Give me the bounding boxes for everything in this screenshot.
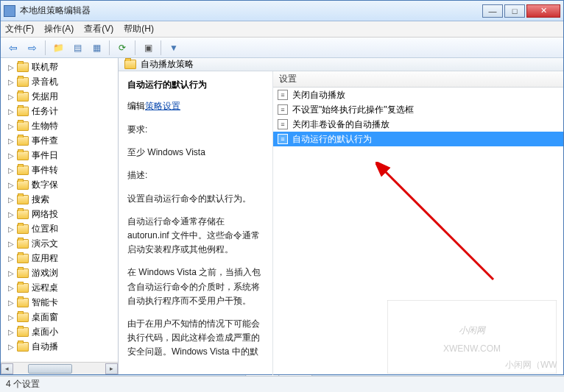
tree-item[interactable]: ▷应用程 (2, 251, 118, 266)
tree-item-label: 任务计 (32, 105, 58, 118)
menu-help[interactable]: 帮助(H) (124, 23, 154, 35)
tree-hscroll[interactable]: ◂ ▸ (1, 362, 118, 374)
tree-item-label: 应用程 (32, 252, 58, 265)
tree-item[interactable]: ▷网络投 (2, 207, 118, 221)
expand-icon[interactable]: ▷ (8, 254, 17, 263)
tree-item-label: 桌面小 (32, 326, 58, 338)
folder-icon (17, 136, 29, 146)
menu-action[interactable]: 操作(A) (44, 23, 74, 35)
tree-item[interactable]: ▷远程桌 (2, 280, 118, 295)
edit-policy-link[interactable]: 策略设置 (145, 101, 180, 111)
expand-icon[interactable]: ▷ (8, 225, 17, 233)
forward-button[interactable]: ⇨ (24, 40, 40, 56)
minimize-button[interactable]: — (482, 4, 503, 18)
expand-icon[interactable]: ▷ (8, 343, 17, 351)
expand-icon[interactable]: ▷ (8, 313, 17, 321)
list-row[interactable]: ≡不设置"始终执行此操作"复选框 (273, 102, 563, 117)
list-row[interactable]: ≡关闭非卷设备的自动播放 (273, 117, 563, 132)
expand-icon[interactable]: ▷ (8, 284, 17, 292)
tree-item[interactable]: ▷数字保 (2, 177, 118, 192)
content-title: 自动播放策略 (141, 58, 194, 71)
list-row-label: 关闭非卷设备的自动播放 (292, 118, 389, 131)
tree-item[interactable]: ▷位置和 (2, 221, 118, 236)
tree-item[interactable]: ▷搜索 (2, 192, 118, 207)
filter-button[interactable]: ▼ (166, 40, 182, 56)
titlebar[interactable]: 本地组策略编辑器 — □ ✕ (1, 1, 563, 21)
tree-item[interactable]: ▷事件日 (2, 148, 118, 163)
expand-icon[interactable]: ▷ (8, 210, 17, 218)
policy-icon: ≡ (278, 119, 288, 129)
list-row[interactable]: ≡关闭自动播放 (273, 88, 563, 102)
expand-icon[interactable]: ▷ (8, 107, 17, 115)
toolbar: ⇦ ⇨ 📁 ▤ ▦ ⟳ ▣ ▼ (1, 38, 563, 58)
tree-item[interactable]: ▷桌面小 (2, 324, 118, 339)
folder-icon (17, 195, 29, 204)
tree-item[interactable]: ▷智能卡 (2, 295, 118, 310)
policy-icon: ≡ (278, 134, 288, 144)
policy-icon: ≡ (278, 90, 288, 100)
edit-prefix: 编辑 (127, 101, 145, 111)
expand-icon[interactable]: ▷ (8, 328, 17, 336)
expand-icon[interactable]: ▷ (8, 137, 17, 145)
properties-button[interactable]: ▣ (140, 40, 156, 56)
tree-item-label: 生物特 (32, 120, 58, 132)
folder-icon (17, 342, 29, 352)
list-row-label: 关闭自动播放 (292, 89, 345, 101)
tree-item[interactable]: ▷演示文 (2, 236, 118, 251)
tree-panel[interactable]: ▷联机帮▷录音机▷凭据用▷任务计▷生物特▷事件查▷事件日▷事件转▷数字保▷搜索▷… (1, 58, 119, 374)
list-row[interactable]: ≡自动运行的默认行为 (273, 132, 563, 146)
tree-item[interactable]: ▷桌面窗 (2, 310, 118, 324)
scroll-thumb[interactable] (28, 364, 72, 374)
folder-icon (17, 151, 29, 160)
scroll-left-button[interactable]: ◂ (1, 363, 13, 374)
list-header[interactable]: 设置 (273, 71, 563, 88)
separator (161, 40, 161, 55)
maximize-button[interactable]: □ (504, 4, 525, 18)
refresh-button[interactable]: ⟳ (114, 40, 130, 56)
scroll-right-button[interactable]: ▸ (105, 363, 118, 374)
tree-item[interactable]: ▷事件查 (2, 133, 118, 148)
list-row-label: 不设置"始终执行此操作"复选框 (292, 104, 414, 116)
expand-icon[interactable]: ▷ (8, 166, 17, 174)
tree-item[interactable]: ▷任务计 (2, 104, 118, 118)
show-hide-button[interactable]: ▤ (69, 40, 85, 56)
expand-icon[interactable]: ▷ (8, 196, 17, 204)
expand-icon[interactable]: ▷ (8, 122, 17, 130)
expand-icon[interactable]: ▷ (8, 78, 17, 86)
tree-item[interactable]: ▷录音机 (2, 74, 118, 89)
back-button[interactable]: ⇦ (5, 40, 21, 56)
settings-list-panel: 设置 ≡关闭自动播放≡不设置"始终执行此操作"复选框≡关闭非卷设备的自动播放≡自… (273, 71, 563, 375)
tree-item[interactable]: ▷游戏浏 (2, 266, 118, 280)
expand-icon[interactable]: ▷ (8, 93, 17, 101)
tree-item-label: 游戏浏 (32, 267, 58, 279)
expand-icon[interactable]: ▷ (8, 269, 17, 277)
tree-item[interactable]: ▷凭据用 (2, 89, 118, 104)
tree-item[interactable]: ▷事件转 (2, 163, 118, 177)
list-header-label: 设置 (279, 73, 297, 85)
tree-item[interactable]: ▷生物特 (2, 118, 118, 133)
statusbar: 4 个设置 (0, 376, 564, 392)
desc-p2: 在 Windows Vista 之前，当插入包含自动运行命令的介质时，系统将自动… (127, 266, 264, 308)
req-label: 要求: (127, 123, 264, 137)
export-button[interactable]: ▦ (88, 40, 105, 56)
expand-icon[interactable]: ▷ (8, 240, 17, 248)
expand-icon[interactable]: ▷ (8, 63, 17, 71)
folder-icon (17, 283, 29, 293)
close-button[interactable]: ✕ (526, 4, 560, 18)
req-text: 至少 Windows Vista (127, 146, 264, 160)
edit-link-row: 编辑策略设置 (127, 100, 264, 113)
up-button[interactable]: 📁 (50, 40, 66, 56)
folder-icon (17, 313, 29, 322)
tree-item[interactable]: ▷自动播 (2, 339, 118, 354)
tree-item[interactable]: ▷联机帮 (2, 60, 118, 74)
list-items: ≡关闭自动播放≡不设置"始终执行此操作"复选框≡关闭非卷设备的自动播放≡自动运行… (273, 88, 563, 146)
menu-file[interactable]: 文件(F) (5, 23, 34, 35)
setting-title: 自动运行的默认行为 (127, 79, 264, 91)
expand-icon[interactable]: ▷ (8, 181, 17, 189)
tree-item-label: 数字保 (32, 179, 58, 191)
folder-icon (17, 327, 29, 337)
expand-icon[interactable]: ▷ (8, 299, 17, 307)
expand-icon[interactable]: ▷ (8, 152, 17, 160)
separator (109, 40, 110, 55)
menu-view[interactable]: 查看(V) (84, 23, 113, 35)
